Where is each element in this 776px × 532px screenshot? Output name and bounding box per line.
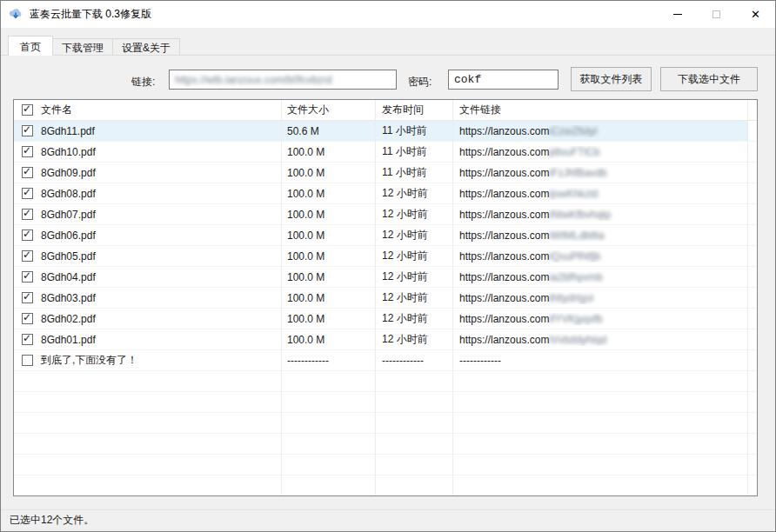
cell-filesize: 100.0 M (281, 313, 375, 325)
row-checkbox[interactable] (22, 167, 33, 178)
cell-link: ------------ (452, 355, 747, 367)
tab-home[interactable]: 首页 (8, 36, 53, 56)
cell-time: 12 小时前 (375, 269, 452, 284)
cell-filesize: 100.0 M (281, 229, 375, 242)
table-row[interactable]: 8Gdh10.pdf 100.0 M 11 小时前 https://lanzou… (14, 142, 757, 163)
link-blurred: ifYVKjyqxfb (549, 313, 602, 325)
header-checkbox[interactable] (22, 104, 33, 116)
cell-filename-text: 8Gdh01.pdf (41, 334, 96, 346)
table-row[interactable]: 8Gdh02.pdf 100.0 M 12 小时前 https://lanzou… (14, 309, 757, 329)
cell-filesize: 50.6 M (281, 125, 375, 137)
table-row[interactable]: 8Gdh08.pdf 100.0 M 12 小时前 https://lanzou… (14, 183, 757, 204)
cell-filename: 8Gdh02.pdf (14, 313, 281, 325)
cell-link: https://lanzous.comihltydrtgsl (452, 292, 747, 304)
row-checkbox[interactable] (22, 250, 33, 262)
column-header-filesize[interactable]: 文件大小 (281, 103, 375, 117)
cell-filename-text: 8Gdh06.pdf (41, 229, 96, 242)
cell-time: 11 小时前 (375, 123, 452, 138)
cell-filename: 8Gdh10.pdf (14, 146, 281, 158)
cell-filesize: 100.0 M (281, 146, 375, 158)
link-blurred: iNtwKfbvhqtp (549, 209, 611, 221)
download-selected-button[interactable]: 下载选中文件 (660, 67, 758, 91)
cell-link: https://lanzous.comjdtvuFTlCb (452, 146, 747, 158)
cell-time: 12 小时前 (375, 290, 452, 305)
row-checkbox[interactable] (22, 209, 33, 220)
close-icon: ✕ (751, 9, 760, 20)
table-row[interactable]: 到底了,下面没有了！ ------------ ------------ ---… (14, 350, 757, 371)
cell-filesize: 100.0 M (281, 188, 375, 200)
link-prefix: https://lanzous.com (459, 250, 549, 263)
column-header-time[interactable]: 发布时间 (375, 103, 452, 117)
row-checkbox[interactable] (22, 229, 33, 241)
link-prefix: https://lanzous.com (459, 271, 549, 283)
cell-time: 12 小时前 (375, 249, 452, 263)
link-prefix: https://lanzous.com (459, 209, 549, 221)
window-title: 蓝奏云批量下载 0.3修复版 (30, 7, 151, 22)
cell-link: https://lanzous.comia2bfhyvmb (452, 271, 747, 283)
cell-filesize: 100.0 M (281, 209, 375, 221)
row-checkbox[interactable] (22, 355, 33, 366)
table-body: 8Gdh11.pdf 50.6 M 11 小时前 https://lanzous… (14, 121, 757, 496)
fetch-file-list-button[interactable]: 获取文件列表 (571, 67, 652, 91)
minimize-button[interactable] (658, 1, 697, 28)
row-checkbox[interactable] (22, 146, 33, 157)
link-input[interactable]: https://wtb.lanzoux.com/b0fcvbzrd (169, 70, 397, 90)
app-window: 蓝奏云批量下载 0.3修复版 ✕ 首页 下载管理 设置&关于 链接: https… (0, 0, 776, 532)
link-prefix: https://lanzous.com (459, 313, 549, 325)
row-checkbox[interactable] (22, 313, 33, 324)
table-row[interactable]: 8Gdh04.pdf 100.0 M 12 小时前 https://lanzou… (14, 267, 757, 288)
cell-filename-text: 8Gdh03.pdf (41, 292, 96, 304)
cell-filesize: 100.0 M (281, 292, 375, 304)
cell-filename-text: 到底了,下面没有了！ (41, 353, 137, 368)
column-header-filename-label: 文件名 (41, 103, 72, 117)
row-checkbox[interactable] (22, 292, 33, 303)
table-row[interactable]: 8Gdh07.pdf 100.0 M 12 小时前 https://lanzou… (14, 204, 757, 225)
row-checkbox[interactable] (22, 125, 33, 136)
cell-filesize: 100.0 M (281, 271, 375, 283)
tab-home-label: 首页 (20, 40, 41, 55)
table-row[interactable]: 8Gdh05.pdf 100.0 M 12 小时前 https://lanzou… (14, 246, 757, 267)
link-blurred: jdtvuFTlCb (549, 146, 599, 158)
empty-row (14, 455, 757, 475)
table-row[interactable]: 8Gdh06.pdf 100.0 M 12 小时前 https://lanzou… (14, 225, 757, 246)
empty-row (14, 371, 757, 392)
empty-row (14, 434, 757, 455)
table-row[interactable]: 8Gdh03.pdf 100.0 M 12 小时前 https://lanzou… (14, 288, 757, 309)
maximize-icon (712, 10, 720, 18)
column-divider (375, 100, 376, 495)
table-row[interactable]: 8Gdh01.pdf 100.0 M 12 小时前 https://lanzou… (14, 329, 757, 350)
link-prefix: https://lanzous.com (459, 146, 549, 158)
cell-time: 11 小时前 (375, 165, 452, 180)
link-blurred: iQsuPfhtfjb (549, 250, 600, 263)
cell-filesize: 100.0 M (281, 250, 375, 263)
link-input-value-censored: https://wtb.lanzoux.com/b0fcvbzrd (175, 74, 332, 86)
tab-download-manager[interactable]: 下载管理 (52, 38, 113, 55)
link-prefix: https://lanzous.com (459, 167, 549, 179)
link-prefix: https://lanzous.com (459, 188, 549, 200)
close-button[interactable]: ✕ (736, 1, 775, 28)
row-checkbox[interactable] (22, 334, 33, 345)
row-checkbox[interactable] (22, 271, 33, 283)
table-row[interactable]: 8Gdh09.pdf 100.0 M 11 小时前 https://lanzou… (14, 163, 757, 183)
empty-row (14, 475, 757, 496)
tab-strip: 首页 下载管理 设置&关于 (8, 36, 179, 56)
file-table: 文件名 文件大小 发布时间 文件链接 8Gdh11.pdf 50.6 M 11 … (13, 99, 758, 496)
password-input[interactable]: cokf (448, 70, 559, 90)
cell-filename-text: 8Gdh04.pdf (41, 271, 96, 283)
column-header-filename[interactable]: 文件名 (14, 103, 281, 117)
maximize-button[interactable] (697, 1, 736, 28)
link-prefix: https://lanzous.com (459, 229, 549, 242)
link-prefix: ------------ (459, 355, 501, 367)
cell-link: https://lanzous.comiVvbddyhtqd (452, 334, 747, 346)
row-checkbox[interactable] (22, 188, 33, 199)
table-row[interactable]: 8Gdh11.pdf 50.6 M 11 小时前 https://lanzous… (14, 121, 757, 142)
cell-filesize: ------------ (281, 355, 375, 367)
column-header-link[interactable]: 文件链接 (452, 103, 747, 117)
link-blurred: iFzJhfBavdb (549, 167, 606, 179)
link-blurred: iVvbddyhtqd (549, 334, 606, 346)
tab-settings-about[interactable]: 设置&关于 (112, 38, 180, 55)
cell-filename-text: 8Gdh07.pdf (41, 209, 96, 221)
password-input-value: cokf (454, 73, 481, 86)
password-label: 密码: (408, 75, 431, 90)
status-text: 已选中12个文件。 (10, 513, 94, 528)
